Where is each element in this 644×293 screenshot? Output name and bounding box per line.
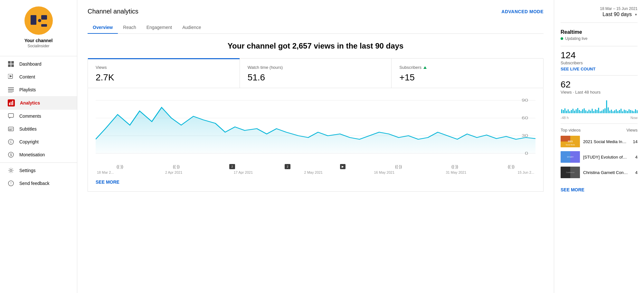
sidebar-item-monetisation[interactable]: $ Monetisation — [0, 148, 77, 161]
chart-radio-icon-2[interactable]: ((·)) — [173, 164, 180, 169]
sidebar-item-playlists[interactable]: Playlists — [0, 83, 77, 96]
date-selector: 18 Mar – 15 Jun 2021 Last 90 days ▼ — [561, 6, 638, 23]
chart-dates: 18 Mar 2... 2 Apr 2021 17 Apr 2021 2 May… — [96, 170, 535, 174]
main-content: Channel analytics ADVANCED MODE Overview… — [77, 0, 644, 293]
svg-rect-16 — [12, 101, 13, 105]
tab-reach[interactable]: Reach — [118, 22, 141, 34]
top-video-item-2[interactable]: STUDY [STUDY] Evolution of Instagra... 4 — [561, 151, 638, 163]
top-video-item-3[interactable]: Conference Christina Garnett Conference … — [561, 167, 638, 178]
tabs-bar: Overview Reach Engagement Audience — [88, 22, 544, 34]
svg-rect-77 — [625, 110, 626, 113]
advanced-mode-button[interactable]: ADVANCED MODE — [501, 9, 544, 14]
trend-up-icon — [423, 66, 427, 69]
stat-card-views[interactable]: Views 2.7K — [88, 59, 240, 88]
chart-num-btn-1[interactable]: 2 — [229, 164, 235, 169]
svg-rect-2 — [41, 15, 47, 20]
chart-see-more-link[interactable]: SEE MORE — [96, 179, 119, 185]
mini-chart-labels: -48 h Now — [561, 116, 638, 120]
svg-rect-42 — [569, 111, 570, 113]
grid-icon — [8, 61, 14, 67]
video-views-2: 4 — [631, 155, 638, 160]
video-thumb-1: 2021 Social Media — [561, 136, 580, 147]
svg-rect-6 — [8, 64, 11, 67]
top-video-item[interactable]: 2021 Social Media 2021 Social Media Indu… — [561, 136, 638, 147]
realtime-divider-3 — [561, 124, 638, 124]
svg-rect-75 — [622, 111, 623, 113]
svg-rect-70 — [614, 110, 615, 113]
svg-rect-17 — [8, 114, 14, 117]
subtitles-icon — [8, 126, 14, 132]
svg-rect-47 — [577, 108, 578, 113]
video-thumb-2: STUDY — [561, 151, 580, 163]
svg-rect-72 — [617, 111, 618, 113]
realtime-subscribers-label: Subscribers — [561, 60, 638, 65]
stat-card-watch-time[interactable]: Watch time (hours) 51.6 — [240, 59, 392, 88]
chart-play-btn[interactable]: ▶ — [340, 164, 346, 169]
stat-label-subscribers: Subscribers — [399, 65, 535, 70]
tab-audience[interactable]: Audience — [177, 22, 206, 34]
sidebar-item-send-feedback[interactable]: ! Send feedback — [0, 177, 77, 190]
chart-radio-icon-5[interactable]: ((·)) — [508, 164, 515, 169]
svg-rect-66 — [608, 107, 609, 113]
svg-rect-64 — [604, 108, 605, 113]
chart-radio-icon-4[interactable]: ((·)) — [451, 164, 458, 169]
chart-container: 90 60 30 0 — [96, 93, 535, 164]
play-icon — [8, 74, 14, 80]
sidebar-item-label: Content — [19, 74, 35, 79]
sidebar-item-label: Comments — [19, 114, 41, 119]
see-live-count-button[interactable]: SEE LIVE COUNT — [561, 67, 638, 71]
sidebar-item-label: Analytics — [20, 100, 40, 105]
chart-radio-icon-3[interactable]: ((·)) — [395, 164, 402, 169]
comment-icon — [8, 113, 14, 119]
chart-radio-icon-1[interactable]: ((·)) — [117, 164, 123, 169]
sidebar-item-copyright[interactable]: C Copyright — [0, 135, 77, 148]
svg-rect-4 — [8, 61, 11, 64]
svg-rect-82 — [633, 111, 634, 113]
video-views-1: 14 — [631, 139, 638, 144]
svg-rect-78 — [627, 111, 628, 113]
svg-rect-79 — [629, 109, 630, 113]
svg-rect-73 — [619, 110, 620, 113]
sidebar-item-content[interactable]: Content — [0, 70, 77, 83]
svg-rect-49 — [581, 111, 582, 113]
tab-engagement[interactable]: Engagement — [141, 22, 177, 34]
svg-rect-14 — [9, 103, 10, 105]
svg-point-26 — [10, 169, 12, 171]
svg-rect-40 — [566, 111, 567, 113]
page-header: Channel analytics ADVANCED MODE — [88, 8, 544, 15]
video-views-3: 4 — [631, 170, 638, 175]
tab-overview[interactable]: Overview — [88, 22, 118, 34]
svg-rect-71 — [616, 109, 617, 113]
realtime-divider-2 — [561, 75, 638, 76]
date-range-label: 18 Mar – 15 Jun 2021 — [600, 6, 638, 11]
content-area: Channel analytics ADVANCED MODE Overview… — [77, 0, 644, 293]
svg-marker-9 — [10, 75, 12, 78]
svg-text:!: ! — [11, 181, 12, 185]
svg-rect-60 — [598, 108, 599, 113]
svg-text:$: $ — [10, 153, 12, 157]
svg-text:Conference: Conference — [566, 171, 574, 173]
copyright-icon: C — [8, 139, 14, 145]
sidebar-item-analytics[interactable]: Analytics — [0, 96, 77, 110]
svg-text:30: 30 — [522, 133, 528, 138]
sidebar-item-dashboard[interactable]: Dashboard — [0, 58, 77, 70]
channel-name: Your channel — [24, 38, 53, 43]
svg-rect-59 — [597, 110, 598, 113]
sidebar-item-settings[interactable]: Settings — [0, 164, 77, 177]
svg-rect-67 — [609, 111, 610, 113]
channel-sub: Socialinsider — [27, 44, 49, 48]
svg-rect-38 — [563, 110, 564, 113]
date-range-value[interactable]: Last 90 days ▼ — [602, 12, 638, 17]
flag-icon: ! — [8, 180, 14, 187]
summary-headline: Your channel got 2,657 views in the last… — [88, 41, 544, 50]
svg-rect-48 — [579, 110, 580, 113]
sidebar-divider — [0, 56, 77, 56]
top-videos-see-more-link[interactable]: SEE MORE — [561, 187, 584, 192]
svg-rect-21 — [9, 130, 12, 130]
sidebar-item-comments[interactable]: Comments — [0, 110, 77, 123]
stat-card-subscribers[interactable]: Subscribers +15 — [392, 59, 543, 88]
chart-num-btn-2[interactable]: 2 — [285, 164, 290, 169]
sidebar-item-subtitles[interactable]: Subtitles — [0, 123, 77, 135]
realtime-title: Realtime — [561, 29, 638, 35]
svg-rect-13 — [8, 92, 13, 93]
